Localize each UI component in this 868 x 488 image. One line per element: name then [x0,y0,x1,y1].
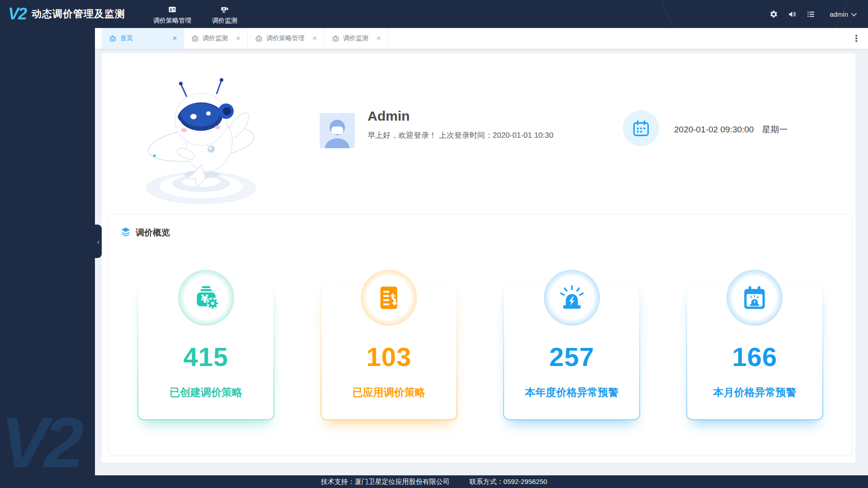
stat-value: 166 [732,344,778,370]
chevron-down-icon [851,10,857,16]
stat-cards: ¥ [108,284,852,420]
datetime-value: 2020-01-02 09:30:00 [674,125,754,134]
robot-dolphin-mascot [133,71,269,213]
close-icon[interactable]: × [173,35,177,42]
main-content: Admin 早上好，欢迎登录！ 上次登录时间：2020-01-01 10:30 [95,49,868,475]
current-datetime: 2020-01-02 09:30:00星期一 [674,124,788,136]
taxi-icon [255,35,263,42]
nav-label: 调价策略管理 [153,17,191,25]
calendar-icon [623,110,659,146]
layers-icon [120,226,131,239]
tab-overflow-menu-icon[interactable]: ⋮ [844,33,868,44]
tab-label: 调价监测 [203,34,228,42]
user-display-name: Admin [368,108,553,124]
nav-item-price-monitoring[interactable]: 调价监测 [212,4,237,25]
nav-label: 调价监测 [212,17,237,25]
stat-card-created-strategies[interactable]: ¥ [137,284,274,420]
money-gear-icon: ¥ [178,270,234,326]
calendar-alert-icon [726,270,783,326]
stat-card-month-price-alerts[interactable]: 166 本月价格异常预警 [686,284,823,420]
siren-icon [544,270,600,326]
taxi-icon [109,35,117,42]
close-icon[interactable]: × [312,35,316,42]
user-name: admin [830,10,848,18]
app-window: V2 动态调价管理及监测 调价策略管理 调价监测 [0,0,868,488]
tab-label: 调价策略管理 [266,34,304,42]
page-footer: 技术支持：厦门卫星定位应用股份有限公司 联系方式：0592-2956250 [0,475,868,488]
header-actions: admin [769,10,868,19]
taxi-icon [332,35,340,42]
stat-label: 本月价格异常预警 [713,385,796,399]
brand: V2 动态调价管理及监测 [0,5,125,23]
tab-price-monitoring-2[interactable]: 调价监测 × [325,28,388,49]
sidebar-collapse-handle[interactable]: ‹ [95,225,102,258]
header-nav: 调价策略管理 调价监测 [153,4,237,25]
stat-card-year-price-alerts[interactable]: 257 本年度价格异常预警 [503,284,640,420]
price-overview-card: 调价概览 ¥ [108,214,853,455]
footer-contact-text: 联系方式：0592-2956250 [470,478,547,486]
tab-label: 首页 [120,34,133,42]
collapse-chevron-icon: ‹ [97,238,99,245]
user-avatar [320,113,355,148]
tab-bar: 首页 × 调价监测 × 调价策略管理 × 调价监测 × ⋮ [95,28,868,49]
stat-card-applied-strategies[interactable]: 103 已应用调价策略 [321,284,458,420]
user-welcome: Admin 早上好，欢迎登录！ 上次登录时间：2020-01-01 10:30 [368,108,553,141]
weekday-value: 星期一 [762,125,788,134]
sidebar-watermark-logo: V2 [1,402,79,475]
welcome-section: Admin 早上好，欢迎登录！ 上次登录时间：2020-01-01 10:30 [102,53,855,214]
close-icon[interactable]: × [377,35,381,42]
taxi-icon [191,35,199,42]
doc-arrows-icon [361,270,417,326]
stat-label: 已创建调价策略 [170,385,242,399]
top-header: V2 动态调价管理及监测 调价策略管理 调价监测 [0,0,868,28]
greeting-text: 早上好，欢迎登录！ 上次登录时间：2020-01-01 10:30 [368,130,553,141]
tab-price-monitoring-1[interactable]: 调价监测 × [184,28,248,49]
list-icon[interactable] [807,10,815,19]
overview-header: 调价概览 [108,215,852,239]
tab-strategy-management[interactable]: 调价策略管理 × [248,28,324,49]
close-icon[interactable]: × [236,35,240,42]
content-panel: Admin 早上好，欢迎登录！ 上次登录时间：2020-01-01 10:30 [102,53,855,463]
camera-icon [221,5,229,15]
stat-value: 103 [366,344,411,370]
stat-label: 本年度价格异常预警 [525,385,618,399]
id-card-icon [168,5,176,15]
user-menu[interactable]: admin [830,10,855,18]
stat-label: 已应用调价策略 [353,385,425,399]
tab-home[interactable]: 首页 × [102,28,184,49]
tab-label: 调价监测 [343,34,368,42]
speaker-icon[interactable] [788,10,797,19]
gear-icon[interactable] [769,10,778,19]
stat-value: 257 [549,344,594,370]
overview-title: 调价概览 [136,227,170,239]
footer-support-text: 技术支持：厦门卫星定位应用股份有限公司 [321,478,450,486]
logo-v2: V2 [8,5,26,23]
sidebar: V2 [0,28,95,475]
nav-item-strategy-management[interactable]: 调价策略管理 [153,4,191,25]
stat-value: 415 [184,344,229,370]
app-title: 动态调价管理及监测 [32,7,125,21]
